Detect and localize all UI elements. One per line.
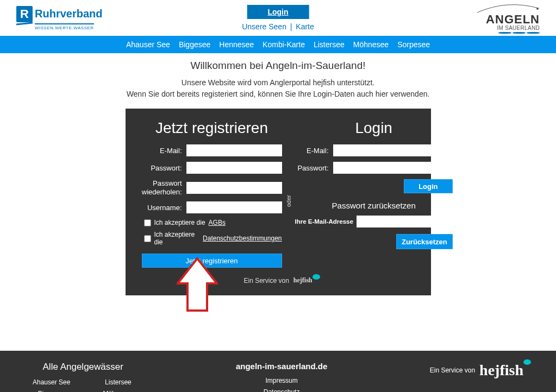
nav-hennesee[interactable]: Hennesee	[217, 40, 256, 49]
oder-label: oder	[285, 192, 292, 210]
login-column: Login E-Mail: Passwort: Login Passwort z…	[289, 119, 453, 268]
footer-hejfish-logo: hejfish	[479, 362, 523, 379]
intro-block: Willkommen bei Angeln-im-Sauerland! Unse…	[0, 53, 556, 109]
footer-lake-moehnesee[interactable]: Möhnesee	[103, 388, 133, 392]
register-column: Jetzt registrieren E-Mail: Passwort: Pas…	[142, 119, 289, 268]
reset-heading: Passwort zurücksetzen	[295, 201, 453, 210]
login-chip-link[interactable]: Login	[267, 8, 288, 16]
footer-lakes-heading: Alle Angelgewässer	[33, 362, 133, 372]
nav-unsere-seen[interactable]: Unsere Seen	[242, 22, 286, 31]
separator: |	[290, 22, 292, 31]
footer-lake-ahauser[interactable]: Ahauser See	[33, 377, 70, 388]
footer: Alle Angelgewässer Ahauser See Biggesee …	[0, 351, 556, 392]
nav-kombi-karte[interactable]: Kombi-Karte	[260, 40, 307, 49]
register-email-input[interactable]	[186, 144, 282, 156]
agb-prefix: Ich akzeptiere die	[154, 219, 205, 226]
reset-email-input[interactable]	[357, 216, 453, 227]
arrow-overlay	[126, 292, 431, 346]
top-center: Login Unsere Seen | Karte	[242, 5, 314, 31]
footer-domain: angeln-im-sauerland.de	[236, 362, 327, 371]
nav-biggesee[interactable]: Biggesee	[177, 40, 213, 49]
logo-left-brand: Ruhrverband	[35, 8, 102, 20]
register-password-input[interactable]	[186, 162, 282, 174]
login-email-label: E-Mail:	[295, 147, 333, 155]
footer-lake-biggesee[interactable]: Biggesee	[33, 388, 70, 392]
register-password-label: Passwort:	[142, 164, 186, 172]
red-arrow-icon	[177, 257, 218, 314]
footer-lake-listersee[interactable]: Listersee	[103, 377, 133, 388]
svg-marker-1	[178, 258, 217, 311]
login-password-input[interactable]	[333, 162, 453, 174]
register-password-repeat-input[interactable]	[186, 182, 282, 194]
datenschutz-checkbox[interactable]	[144, 235, 151, 242]
footer-impressum[interactable]: Impressum	[236, 375, 327, 386]
datenschutz-link[interactable]: Datenschutzbestimmungen	[203, 235, 282, 242]
agb-checkbox[interactable]	[144, 219, 151, 226]
lake-nav: Ahauser See Biggesee Hennesee Kombi-Kart…	[0, 36, 556, 53]
footer-datenschutz[interactable]: Datenschutz	[236, 387, 327, 392]
service-text: Ein Service von	[243, 277, 289, 284]
hejfish-logo: hejfish	[293, 276, 313, 284]
login-heading: Login	[295, 119, 453, 137]
ds-prefix: Ich akzeptiere die	[154, 231, 200, 246]
wave-icon	[474, 32, 540, 34]
footer-brand: Ein Service von hejfish	[430, 362, 523, 379]
register-heading: Jetzt registrieren	[142, 119, 282, 137]
topbar: R Ruhrverband WISSEN.WERTE.WASSER Login …	[0, 0, 556, 36]
logo-right-sub: IM SAUERLAND	[474, 26, 540, 31]
auth-panel: Jetzt registrieren E-Mail: Passwort: Pas…	[126, 109, 431, 295]
page-title: Willkommen bei Angeln-im-Sauerland!	[0, 60, 556, 72]
hejfish-dot-icon	[523, 359, 531, 365]
hejfish-dot-icon	[313, 274, 320, 280]
register-password-repeat-label: Passwort wiederholen:	[142, 179, 186, 196]
nav-listersee[interactable]: Listersee	[311, 40, 347, 49]
intro-line1: Unsere Website wird vom Anglerportal hej…	[0, 77, 556, 88]
logo-right-main: ANGELN	[474, 14, 540, 26]
agb-link[interactable]: AGBs	[209, 219, 226, 226]
nav-karte[interactable]: Karte	[296, 22, 314, 31]
nav-moehnesee[interactable]: Möhnesee	[351, 40, 391, 49]
reset-email-label: Ihre E-Mail-Adresse	[295, 218, 353, 225]
logo-r-icon: R	[16, 6, 33, 22]
logo-left-tagline: WISSEN.WERTE.WASSER	[35, 23, 94, 30]
top-center-links: Unsere Seen | Karte	[242, 22, 314, 31]
nav-sorpesee[interactable]: Sorpesee	[395, 40, 432, 49]
footer-lakes: Alle Angelgewässer Ahauser See Biggesee …	[33, 362, 133, 392]
register-email-label: E-Mail:	[142, 147, 186, 155]
intro-line2: Wenn Sie dort bereits registeriert sind,…	[0, 88, 556, 100]
login-chip[interactable]: Login	[247, 5, 309, 19]
register-username-label: Username:	[142, 204, 186, 212]
login-password-label: Passwort:	[295, 164, 333, 172]
reset-button[interactable]: Zurücksetzen	[396, 234, 453, 249]
footer-center: angeln-im-sauerland.de Impressum Datensc…	[236, 362, 327, 392]
fishing-line-icon	[474, 3, 540, 12]
login-button[interactable]: Login	[404, 179, 453, 193]
footer-service-text: Ein Service von	[430, 366, 475, 374]
logo-ruhrverband: R Ruhrverband WISSEN.WERTE.WASSER	[16, 6, 102, 30]
login-email-input[interactable]	[333, 144, 453, 156]
svg-point-0	[536, 8, 539, 10]
logo-angeln: ANGELN IM SAUERLAND	[474, 3, 540, 34]
register-username-input[interactable]	[186, 201, 282, 213]
nav-ahauser-see[interactable]: Ahauser See	[124, 40, 172, 49]
